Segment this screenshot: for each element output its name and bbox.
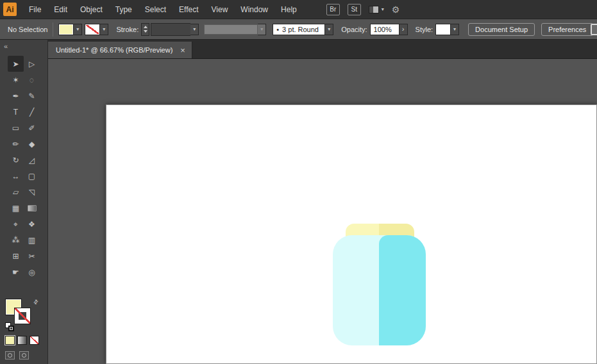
style-dropdown-button[interactable]: ▾ xyxy=(451,24,459,35)
tool-icon: ⌖ xyxy=(13,220,18,228)
menu-item[interactable]: Window xyxy=(234,0,274,19)
mesh-tool[interactable]: ▦ xyxy=(8,200,24,216)
document-setup-button[interactable]: Document Setup xyxy=(468,23,535,36)
opacity-input[interactable]: 100% xyxy=(370,24,399,35)
free-transform-tool[interactable]: ▢ xyxy=(24,168,40,184)
stroke-label: Stroke: xyxy=(116,26,139,33)
none-button[interactable] xyxy=(29,336,39,345)
style-swatch[interactable] xyxy=(435,24,451,35)
tools-panel: « ➤ ▷ ✶ ◌ ✒ xyxy=(0,40,48,364)
width-profile-control: ▾ xyxy=(199,24,266,35)
menu-item[interactable]: Effect xyxy=(172,0,205,19)
tool-icon: ↻ xyxy=(12,156,19,164)
menu-item[interactable]: View xyxy=(205,0,235,19)
swap-fill-stroke-icon[interactable]: ⇄ xyxy=(32,298,40,306)
chevron-down-icon: ▾ xyxy=(76,27,79,32)
artboard[interactable] xyxy=(106,104,597,364)
gradient-tool[interactable] xyxy=(24,200,40,216)
draw-normal-button[interactable] xyxy=(5,351,15,360)
menu-item[interactable]: Edit xyxy=(47,0,74,19)
chevron-right-icon: › xyxy=(402,26,405,33)
stroke-weight-dropdown-button[interactable]: ▾ xyxy=(190,24,199,35)
canvas[interactable] xyxy=(48,59,597,364)
draw-behind-icon xyxy=(22,353,26,358)
shaper-tool[interactable]: ✏ xyxy=(8,136,24,152)
magic-wand-tool[interactable]: ✶ xyxy=(8,72,24,88)
paint-mode-buttons xyxy=(5,336,39,345)
rotate-tool[interactable]: ↻ xyxy=(8,152,24,168)
collapse-panel-button[interactable]: « xyxy=(0,40,47,50)
draw-mode-buttons xyxy=(5,351,29,360)
zoom-tool[interactable]: ◎ xyxy=(24,264,40,280)
menu-item[interactable]: File xyxy=(22,0,47,19)
tool-icon: ✒ xyxy=(12,92,19,100)
stroke-color-control: ▾ xyxy=(85,24,108,35)
tool-icon: ☛ xyxy=(12,269,19,276)
tool-icon: ➤ xyxy=(12,60,19,68)
width-tool[interactable]: ↔ xyxy=(8,168,24,184)
tool-icon: ✶ xyxy=(12,76,19,84)
panel-toggle-icon[interactable] xyxy=(591,24,597,35)
direct-selection-tool[interactable]: ▷ xyxy=(24,56,40,72)
tool-icon: ▷ xyxy=(29,60,35,68)
color-button[interactable] xyxy=(5,336,15,345)
rectangle-tool[interactable]: ▭ xyxy=(8,120,24,136)
curvature-tool[interactable]: ✎ xyxy=(24,88,40,104)
selection-tool[interactable]: ➤ xyxy=(8,56,24,72)
menu-item[interactable]: Object xyxy=(74,0,109,19)
eraser-tool[interactable]: ◆ xyxy=(24,136,40,152)
opacity-more-button[interactable]: › xyxy=(399,24,408,35)
blend-tool[interactable]: ❖ xyxy=(24,216,40,232)
hand-tool[interactable]: ☛ xyxy=(8,264,24,280)
bridge-button[interactable]: Br xyxy=(326,4,340,15)
menu-item[interactable]: Type xyxy=(109,0,139,19)
gear-icon[interactable]: ⚙ xyxy=(392,4,400,15)
menu-bar-right: Br St ▾ ⚙ xyxy=(326,4,400,15)
scale-tool[interactable]: ◿ xyxy=(24,152,40,168)
stepper-down-icon xyxy=(144,30,147,33)
eyedropper-tool[interactable]: ⌖ xyxy=(8,216,24,232)
close-icon[interactable]: × xyxy=(180,46,185,54)
pen-tool[interactable]: ✒ xyxy=(8,88,24,104)
brush-control: • 3 pt. Round ▾ xyxy=(266,24,333,35)
brush-dropdown-button[interactable]: ▾ xyxy=(325,24,333,35)
menu-item[interactable]: Select xyxy=(139,0,172,19)
none-slash-icon xyxy=(15,308,30,324)
column-graph-tool[interactable]: ▥ xyxy=(24,232,40,248)
tool-icon: ✏ xyxy=(12,140,19,148)
jar-body-shape[interactable] xyxy=(333,235,426,345)
tool-icon: ▦ xyxy=(12,204,19,212)
type-tool[interactable]: T xyxy=(8,104,24,120)
tool-icon: ⁂ xyxy=(12,236,20,244)
stroke-weight-stepper[interactable] xyxy=(141,23,149,36)
symbol-sprayer-tool[interactable]: ⁂ xyxy=(8,232,24,248)
stock-button[interactable]: St xyxy=(348,4,361,15)
draw-behind-button[interactable] xyxy=(19,351,29,360)
shape-builder-tool[interactable]: ▱ xyxy=(8,184,24,200)
stroke-indicator[interactable] xyxy=(14,308,31,324)
tool-icon: ✎ xyxy=(28,92,35,100)
stroke-color-swatch[interactable] xyxy=(85,24,100,35)
workspace-switcher[interactable]: ▾ xyxy=(369,6,384,13)
document-tab[interactable]: Untitled-1* @ 66.67% (RGB/Preview) × xyxy=(48,42,192,58)
brush-field[interactable]: • 3 pt. Round xyxy=(273,24,325,35)
perspective-grid-tool[interactable]: ◹ xyxy=(24,184,40,200)
lasso-tool[interactable]: ◌ xyxy=(24,72,40,88)
stroke-weight-field[interactable] xyxy=(151,23,190,36)
fill-color-swatch[interactable] xyxy=(58,24,74,35)
illustrator-logo: Ai xyxy=(3,3,17,16)
width-profile-dropdown-button: ▾ xyxy=(258,24,266,35)
slice-tool[interactable]: ✂ xyxy=(24,248,40,264)
tool-icon: ◿ xyxy=(29,156,35,164)
opacity-label: Opacity: xyxy=(341,26,367,33)
stroke-color-dropdown-button[interactable]: ▾ xyxy=(100,24,108,35)
fill-stroke-indicator: ⇄ xyxy=(5,299,41,333)
menu-item[interactable]: Help xyxy=(274,0,303,19)
preferences-button[interactable]: Preferences xyxy=(541,23,593,36)
paintbrush-tool[interactable]: ✐ xyxy=(24,120,40,136)
gradient-button[interactable] xyxy=(17,336,27,345)
artboard-tool[interactable]: ⊞ xyxy=(8,248,24,264)
line-segment-tool[interactable]: ╱ xyxy=(24,104,40,120)
jar-body-shade-shape xyxy=(379,235,426,345)
fill-color-dropdown-button[interactable]: ▾ xyxy=(74,24,82,35)
